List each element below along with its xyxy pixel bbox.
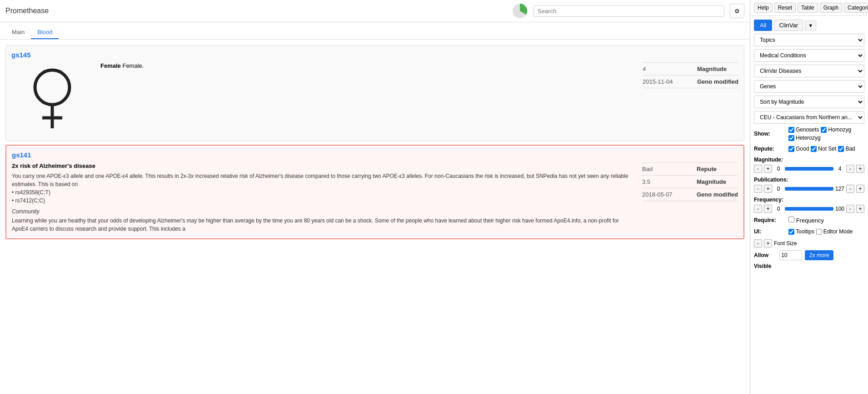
allow-input[interactable] bbox=[779, 250, 802, 260]
bad-text: Bad bbox=[845, 146, 855, 152]
search-bar bbox=[534, 5, 724, 17]
all-filter-button[interactable]: All bbox=[754, 20, 772, 31]
clinvar-filter-button[interactable]: ClinVar bbox=[774, 20, 803, 31]
more-button[interactable]: 2x more bbox=[805, 250, 833, 260]
publications-plus-left[interactable]: + bbox=[764, 185, 772, 193]
heterozyg-label[interactable]: Heterozyg bbox=[788, 135, 821, 141]
gender-label: Female Female. bbox=[100, 62, 144, 69]
homozyg-label[interactable]: Homozyg bbox=[821, 126, 851, 133]
card-gs141-title[interactable]: gs141 bbox=[12, 151, 738, 159]
frequency-min-val: 0 bbox=[774, 206, 783, 212]
bad-checkbox[interactable] bbox=[838, 146, 844, 152]
show-checkboxes: Genosets Homozyg Heterozyg bbox=[788, 126, 864, 141]
publications-minus-left[interactable]: - bbox=[754, 185, 762, 193]
medical-conditions-dropdown[interactable]: Medical Conditions bbox=[754, 49, 864, 62]
show-row: Show: Genosets Homozyg Heterozyg bbox=[754, 126, 864, 141]
sidebar: Help Reset Table Graph Categories ✕ All … bbox=[750, 0, 868, 394]
card-gs141: gs141 2x risk of Alzheimer's disease You… bbox=[5, 145, 744, 239]
frequency-label: Frequency: bbox=[754, 197, 864, 203]
graph-button[interactable]: Graph bbox=[820, 3, 842, 13]
magnitude-minus-left[interactable]: - bbox=[754, 165, 762, 173]
tab-blood[interactable]: Blood bbox=[31, 26, 59, 39]
tooltips-checkbox[interactable] bbox=[788, 229, 794, 235]
not-set-label[interactable]: Not Set bbox=[811, 146, 836, 152]
stat-label-geno2: Geno modified bbox=[697, 191, 738, 198]
stat-label-magnitude2: Magnitude bbox=[697, 178, 726, 185]
editor-mode-checkbox[interactable] bbox=[816, 229, 822, 235]
card-gs145-title[interactable]: gs145 bbox=[11, 51, 738, 59]
tab-main[interactable]: Main bbox=[5, 26, 31, 39]
font-size-plus[interactable]: + bbox=[764, 239, 772, 248]
search-input[interactable] bbox=[538, 8, 720, 15]
card-gs141-stats: Bad Repute 3.5 Magnitude 2018-05-07 Geno… bbox=[642, 162, 738, 201]
sidebar-top-bar: Help Reset Table Graph Categories ✕ bbox=[750, 0, 868, 16]
require-frequency-label[interactable]: Frequency bbox=[788, 217, 824, 224]
not-set-text: Not Set bbox=[818, 146, 836, 152]
population-dropdown[interactable]: CEU - Caucasians from Northern an... bbox=[754, 111, 864, 124]
font-size-minus[interactable]: - bbox=[754, 239, 762, 248]
frequency-minus-right[interactable]: - bbox=[846, 205, 854, 213]
clinvar-diseases-dropdown[interactable]: ClinVar Diseases bbox=[754, 65, 864, 77]
magnitude-section: Magnitude: - + 0 4 - + bbox=[754, 157, 864, 173]
ui-row: UI: Tooltips Editor Mode bbox=[754, 228, 864, 235]
publications-minus-right[interactable]: - bbox=[846, 185, 854, 193]
filter-icon: ⚙ bbox=[734, 8, 740, 15]
pie-chart-icon bbox=[512, 3, 528, 19]
topics-dropdown[interactable]: Topics bbox=[754, 34, 864, 46]
publications-slider-row: - + 0 127 - + bbox=[754, 185, 864, 193]
stat-label-geno: Geno modified bbox=[697, 78, 738, 85]
require-frequency-checkbox[interactable] bbox=[788, 217, 794, 222]
publications-plus-right[interactable]: + bbox=[856, 185, 864, 193]
genes-dropdown[interactable]: Genes bbox=[754, 80, 864, 93]
categories-button[interactable]: Categories bbox=[844, 3, 868, 13]
community-title: Community bbox=[12, 208, 635, 215]
app-title: Promethease bbox=[5, 7, 49, 15]
card-gs141-info: 2x risk of Alzheimer's disease You carry… bbox=[12, 162, 635, 233]
stat-value-magnitude: 4 bbox=[643, 66, 679, 72]
desc-text: You carry one APOE-ε3 allele and one APO… bbox=[12, 172, 635, 205]
sidebar-body: All ClinVar ▼ Topics Medical Conditions … bbox=[750, 16, 868, 273]
desc-title: 2x risk of Alzheimer's disease bbox=[12, 162, 635, 169]
frequency-plus-right[interactable]: + bbox=[856, 205, 864, 213]
good-checkbox[interactable] bbox=[788, 146, 794, 152]
magnitude-minus-right[interactable]: - bbox=[846, 165, 854, 173]
tooltips-label[interactable]: Tooltips bbox=[788, 228, 814, 235]
table-button[interactable]: Table bbox=[798, 3, 818, 13]
show-label: Show: bbox=[754, 131, 786, 137]
stat-label-repute: Repute bbox=[697, 166, 717, 172]
good-label[interactable]: Good bbox=[788, 146, 809, 152]
magnitude-plus-left[interactable]: + bbox=[764, 165, 772, 173]
genosets-label[interactable]: Genosets bbox=[788, 126, 819, 133]
require-row: Require: Frequency bbox=[754, 217, 864, 224]
heterozyg-text: Heterozyg bbox=[796, 135, 821, 141]
filter-button[interactable]: ⚙ bbox=[730, 4, 744, 18]
card-gs145-stats: 4 Magnitude 2015-11-04 Geno modified bbox=[643, 62, 738, 88]
good-text: Good bbox=[796, 146, 809, 152]
bad-label[interactable]: Bad bbox=[838, 146, 855, 152]
genosets-checkbox[interactable] bbox=[788, 127, 794, 133]
frequency-section: Frequency: - + 0 100 - + bbox=[754, 197, 864, 213]
magnitude-max-val: 4 bbox=[835, 166, 844, 172]
homozyg-checkbox[interactable] bbox=[821, 127, 827, 133]
svg-point-1 bbox=[35, 70, 70, 105]
help-button[interactable]: Help bbox=[754, 3, 773, 13]
frequency-minus-left[interactable]: - bbox=[754, 205, 762, 213]
stat-row-magnitude: 4 Magnitude bbox=[643, 62, 738, 76]
font-size-text: Font Size bbox=[774, 240, 797, 247]
editor-mode-label[interactable]: Editor Mode bbox=[816, 228, 853, 235]
allow-label: Allow bbox=[754, 252, 777, 258]
repute-row: Repute: Good Not Set Bad bbox=[754, 146, 864, 152]
not-set-checkbox[interactable] bbox=[811, 146, 817, 152]
magnitude-plus-right[interactable]: + bbox=[856, 165, 864, 173]
card-gs145-icon bbox=[11, 62, 93, 135]
filter-dropdown-arrow[interactable]: ▼ bbox=[805, 20, 816, 30]
require-label: Require: bbox=[754, 217, 786, 223]
community-text: Learning while you are healthy that your… bbox=[12, 217, 635, 233]
heterozyg-checkbox[interactable] bbox=[788, 135, 794, 141]
reset-button[interactable]: Reset bbox=[774, 3, 796, 13]
magnitude-label: Magnitude: bbox=[754, 157, 864, 163]
homozyg-text: Homozyg bbox=[828, 126, 851, 133]
frequency-slider-row: - + 0 100 - + bbox=[754, 205, 864, 213]
sort-dropdown[interactable]: Sort by Magnitude bbox=[754, 96, 864, 108]
frequency-plus-left[interactable]: + bbox=[764, 205, 772, 213]
